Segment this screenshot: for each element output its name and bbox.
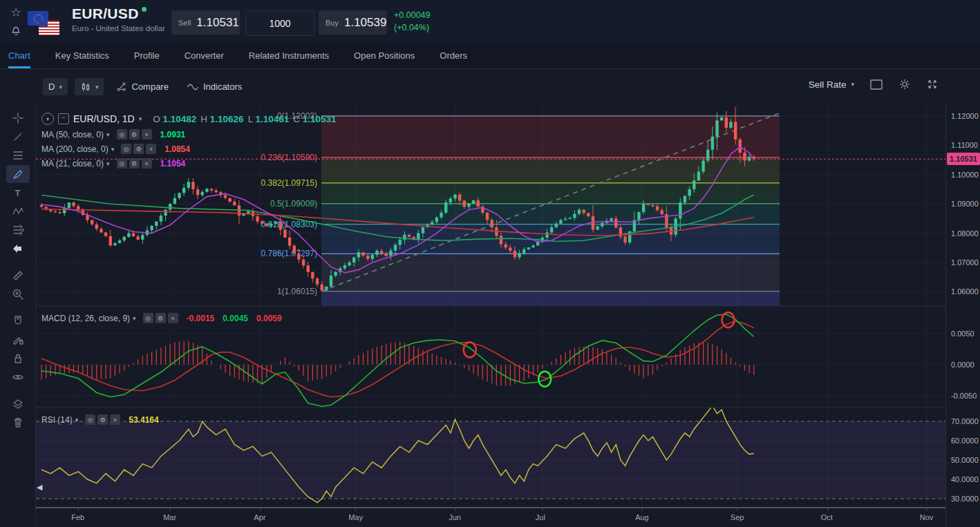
compare-button[interactable]: Compare [111,82,173,93]
macd-axis-tick[interactable]: 0.0000 [951,361,974,369]
favorite-star-icon[interactable]: ☆ [8,4,23,21]
ma21-actions: ◎⚙× [117,158,152,169]
trash-icon[interactable] [6,414,30,432]
tab-chart[interactable]: Chart [8,43,30,68]
chevron-down-icon: ▾ [111,146,115,153]
time-axis-label[interactable]: Feb [71,513,84,521]
price-axis-tick[interactable]: 1.12000 [951,112,979,120]
visibility-icon[interactable]: ◎ [121,144,131,154]
buy-button[interactable]: Buy 1.10539 [319,10,387,35]
settings-icon[interactable]: ⚙ [129,129,140,140]
settings-icon[interactable]: ⚙ [156,313,166,323]
ma200-value: 1.0854 [164,144,190,154]
macd-label[interactable]: MACD (12, 26, close, 9) [41,314,130,323]
visibility-icon[interactable]: ◎ [143,313,153,323]
time-axis-label[interactable]: Aug [635,513,649,521]
price-axis[interactable]: 1.120001.110001.100001.090001.080001.070… [945,104,980,527]
brush-icon[interactable] [6,165,30,183]
fib-lines-icon[interactable] [6,146,30,164]
price-axis-tick[interactable]: 1.09000 [951,200,979,208]
tab-orders[interactable]: Orders [440,43,467,68]
ma50-label[interactable]: MA (50, close, 0) [41,130,104,140]
magnet-icon[interactable] [6,312,30,330]
tab-converter[interactable]: Converter [185,43,224,68]
ma21-label[interactable]: MA (21, close, 0) [41,159,104,169]
ohlc-values: O 1.10482 H 1.10626 L 1.10461 C 1.10531 [153,114,336,124]
zoom-in-icon[interactable] [6,285,30,303]
fullscreen-button[interactable] [926,78,939,90]
crosshair-icon[interactable] [6,109,30,127]
trend-line-icon[interactable] [6,128,30,146]
time-axis-label[interactable]: Jul [536,513,545,521]
visibility-icon[interactable]: ◎ [85,414,95,425]
chevron-down-icon: ▾ [106,131,110,138]
price-axis-tick[interactable]: 1.08000 [951,229,979,238]
time-axis-label[interactable]: Sep [731,513,744,521]
drawing-lock-icon[interactable] [6,331,30,349]
rsi-axis-tick[interactable]: 60.0000 [951,437,979,445]
price-axis-tick[interactable]: 1.11000 [951,141,978,149]
remove-icon[interactable]: × [142,129,152,140]
chevron-down-icon: ▾ [95,84,99,90]
rsi-actions: ◎⚙× [85,414,120,425]
visibility-icon[interactable]: ◎ [117,158,127,169]
amount-input[interactable]: 1000 [245,10,314,36]
price-axis-tick[interactable]: 1.06000 [951,287,979,296]
legend-symbol[interactable]: EUR/USD, 1D [73,113,135,124]
tab-open-positions[interactable]: Open Positions [354,43,415,68]
rsi-axis-tick[interactable]: 40.0000 [951,475,979,483]
remove-icon[interactable]: × [146,144,156,154]
indicators-label: Indicators [203,82,242,92]
time-axis-label[interactable]: Apr [254,513,265,521]
ruler-icon[interactable] [6,267,30,285]
alert-bell-icon[interactable] [8,22,23,39]
forecast-icon[interactable] [6,221,30,239]
legend-minimize-icon[interactable]: − [58,113,69,124]
rsi-axis-tick[interactable]: 50.0000 [951,456,979,464]
rsi-axis-tick[interactable]: 30.0000 [951,495,979,503]
ma200-label[interactable]: MA (200, close, 0) [41,144,109,154]
ma200-actions: ◎⚙× [121,144,156,154]
tab-related-instruments[interactable]: Related Instruments [249,43,329,68]
text-icon[interactable]: T [6,184,30,202]
visibility-icon[interactable]: ◎ [117,129,127,140]
amount-value: 1000 [269,18,290,29]
scroll-left-icon[interactable]: ◀ [37,483,42,492]
time-axis-label[interactable]: Nov [920,513,934,521]
price-axis-tick[interactable]: 1.10000 [951,171,979,179]
indicators-wave-icon [187,82,199,92]
snapshot-button[interactable] [869,79,883,90]
interval-value: D [48,82,55,92]
lock-icon[interactable] [6,349,30,367]
chart-style-select[interactable]: ▾ [75,78,104,95]
remove-icon[interactable]: × [110,414,120,425]
settings-button[interactable] [898,78,911,90]
compare-icon [116,82,127,93]
settings-icon[interactable]: ⚙ [97,414,108,425]
rsi-label[interactable]: RSI (14) [41,415,73,425]
sell-button[interactable]: Sell 1.10531 [171,10,240,35]
macd-axis-tick[interactable]: 0.0050 [951,329,974,338]
settings-icon[interactable]: ⚙ [133,144,144,154]
settings-icon[interactable]: ⚙ [129,158,140,169]
indicators-button[interactable]: Indicators [181,82,247,92]
rsi-axis-tick[interactable]: 70.0000 [951,417,979,425]
arrow-left-icon[interactable] [6,240,30,258]
eye-icon[interactable] [6,368,30,386]
rate-type-select[interactable]: Sell Rate ▾ [809,79,854,90]
interval-select[interactable]: D ▾ [43,78,68,95]
tab-key-statistics[interactable]: Key Statistics [55,43,109,68]
time-axis-label[interactable]: May [348,513,363,521]
remove-icon[interactable]: × [168,313,178,323]
legend-collapse-icon[interactable]: ▾ [41,113,54,125]
time-axis-label[interactable]: Mar [163,513,176,521]
time-axis-label[interactable]: Jun [449,513,461,521]
price-axis-tick[interactable]: 1.07000 [951,258,979,267]
rsi-legend: RSI (14) ▾ ◎⚙× 53.4164 [41,412,159,427]
pattern-icon[interactable] [6,202,30,220]
layers-icon[interactable] [6,395,30,413]
macd-axis-tick[interactable]: -0.0050 [951,392,977,400]
remove-icon[interactable]: × [142,158,152,169]
tab-profile[interactable]: Profile [134,43,160,68]
time-axis-label[interactable]: Oct [821,513,833,521]
